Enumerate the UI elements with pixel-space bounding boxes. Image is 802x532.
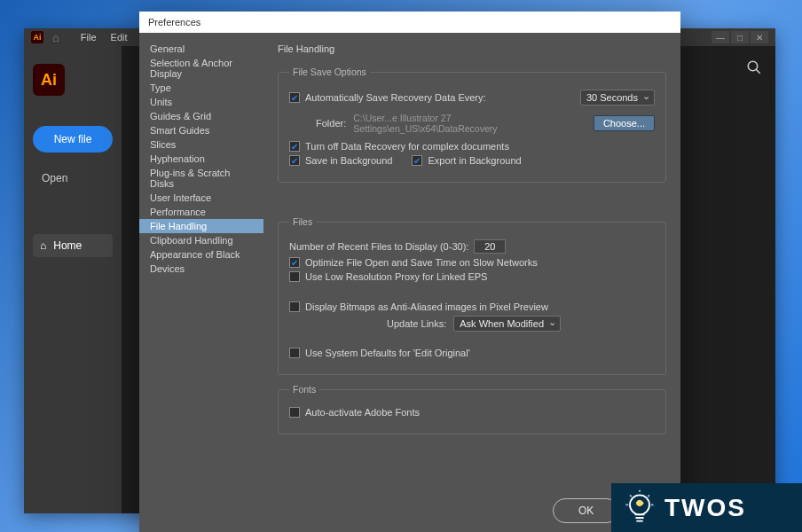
- bitmaps-label: Display Bitmaps as Anti-Aliased images i…: [305, 301, 548, 312]
- ai-logo-small: Ai: [31, 31, 43, 43]
- system-defaults-label: Use System Defaults for 'Edit Original': [305, 348, 470, 358]
- maximize-button[interactable]: □: [731, 31, 749, 43]
- folder-label: Folder:: [316, 118, 346, 129]
- export-in-background-checkbox[interactable]: [412, 155, 422, 166]
- home-icon[interactable]: ⌂: [52, 31, 59, 44]
- bitmaps-checkbox[interactable]: [289, 301, 300, 312]
- pref-nav-item-clipboard-handling[interactable]: Clipboard Handling: [139, 233, 263, 247]
- svg-point-0: [748, 61, 758, 71]
- ai-menu-bar: File Edit: [68, 30, 133, 44]
- fonts-group: Fonts Auto-activate Adobe Fonts: [278, 384, 666, 434]
- update-links-label: Update Links:: [387, 318, 446, 329]
- watermark-logo: TWOS: [611, 483, 802, 532]
- file-save-options-group: File Save Options Automatically Save Rec…: [278, 66, 666, 183]
- pref-nav-item-performance[interactable]: Performance: [139, 205, 263, 219]
- files-group: Files Number of Recent Files to Display …: [278, 216, 666, 375]
- system-defaults-checkbox[interactable]: [289, 348, 300, 358]
- preferences-titlebar: Preferences: [139, 12, 680, 33]
- pref-nav-item-user-interface[interactable]: User Interface: [139, 191, 263, 205]
- save-in-background-label: Save in Background: [305, 155, 392, 166]
- open-button[interactable]: Open: [33, 165, 113, 192]
- pref-nav-item-slices[interactable]: Slices: [139, 137, 263, 152]
- svg-line-1: [756, 69, 760, 74]
- preferences-content: File Handling File Save Options Automati…: [263, 33, 680, 489]
- optimize-checkbox[interactable]: [289, 257, 300, 268]
- recent-files-input[interactable]: [474, 239, 506, 254]
- export-in-background-label: Export in Background: [428, 155, 521, 166]
- minimize-button[interactable]: —: [712, 31, 729, 43]
- update-links-select[interactable]: Ask When Modified: [453, 316, 561, 332]
- menu-file[interactable]: File: [75, 30, 102, 44]
- fonts-legend: Fonts: [289, 384, 319, 395]
- ok-button[interactable]: OK: [553, 498, 619, 523]
- new-file-button[interactable]: New file: [33, 126, 113, 153]
- pref-nav-item-smart-guides[interactable]: Smart Guides: [139, 123, 263, 137]
- auto-save-label: Automatically Save Recovery Data Every:: [305, 92, 486, 103]
- watermark-text: TWOS: [664, 494, 746, 522]
- menu-edit[interactable]: Edit: [106, 30, 133, 44]
- pref-nav-item-appearance-of-black[interactable]: Appearance of Black: [139, 247, 263, 262]
- pref-nav-item-guides-grid[interactable]: Guides & Grid: [139, 109, 263, 123]
- ai-logo-large: Ai: [33, 64, 65, 96]
- choose-folder-button[interactable]: Choose...: [594, 115, 655, 131]
- house-icon: ⌂: [40, 239, 46, 252]
- pref-nav-item-file-handling[interactable]: File Handling: [139, 219, 263, 233]
- search-icon[interactable]: [746, 59, 762, 80]
- low-res-proxy-label: Use Low Resolution Proxy for Linked EPS: [305, 271, 487, 282]
- low-res-proxy-checkbox[interactable]: [289, 271, 300, 282]
- pref-nav-item-selection-anchor-display[interactable]: Selection & Anchor Display: [139, 56, 263, 81]
- preferences-title: Preferences: [148, 17, 200, 27]
- pref-nav-item-type[interactable]: Type: [139, 81, 263, 95]
- sidebar-item-home[interactable]: ⌂ Home: [33, 234, 113, 257]
- pref-nav-item-plug-ins-scratch-disks[interactable]: Plug-ins & Scratch Disks: [139, 166, 263, 191]
- lightbulb-icon: [620, 489, 659, 528]
- turn-off-recovery-checkbox[interactable]: [289, 141, 300, 152]
- save-in-background-checkbox[interactable]: [289, 155, 300, 166]
- ai-sidebar: Ai New file Open ⌂ Home: [24, 46, 122, 513]
- pref-nav-item-units[interactable]: Units: [139, 95, 263, 109]
- pref-nav-item-hyphenation[interactable]: Hyphenation: [139, 152, 263, 166]
- folder-path: C:\User...e Illustrator 27 Settings\en_U…: [353, 113, 588, 134]
- auto-activate-fonts-checkbox[interactable]: [289, 407, 300, 418]
- files-legend: Files: [289, 216, 316, 227]
- optimize-label: Optimize File Open and Save Time on Slow…: [305, 257, 538, 268]
- content-heading: File Handling: [278, 43, 666, 54]
- sidebar-home-label: Home: [53, 239, 82, 252]
- preferences-nav: GeneralSelection & Anchor DisplayTypeUni…: [139, 33, 263, 489]
- auto-save-interval-select[interactable]: 30 Seconds: [580, 90, 655, 106]
- pref-nav-item-devices[interactable]: Devices: [139, 262, 263, 276]
- auto-save-checkbox[interactable]: [289, 92, 300, 103]
- turn-off-recovery-label: Turn off Data Recovery for complex docum…: [305, 141, 509, 152]
- window-controls: — □ ✕: [712, 31, 768, 43]
- file-save-options-legend: File Save Options: [289, 66, 370, 77]
- pref-nav-item-general[interactable]: General: [139, 42, 263, 56]
- preferences-dialog: Preferences GeneralSelection & Anchor Di…: [139, 12, 680, 532]
- preferences-footer: OK C: [139, 489, 680, 532]
- preferences-body: GeneralSelection & Anchor DisplayTypeUni…: [139, 33, 680, 489]
- recent-files-label: Number of Recent Files to Display (0-30)…: [289, 241, 468, 252]
- close-button[interactable]: ✕: [751, 31, 768, 43]
- auto-activate-fonts-label: Auto-activate Adobe Fonts: [305, 407, 420, 418]
